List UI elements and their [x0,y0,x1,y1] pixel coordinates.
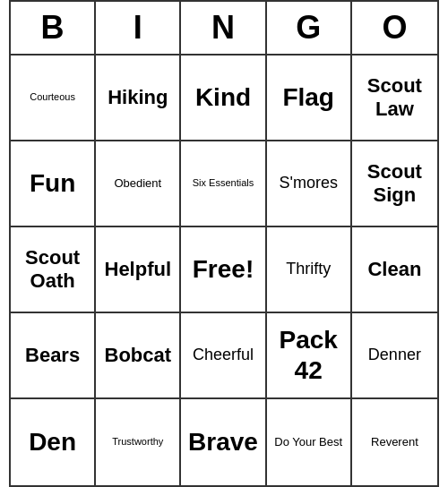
bingo-cell[interactable]: Six Essentials [181,141,266,227]
cell-label: Trustworthy [112,436,163,448]
cell-label: Scout Sign [358,160,432,208]
cell-label: S'mores [279,174,337,193]
cell-label: Kind [195,82,251,113]
bingo-cell[interactable]: Bobcat [96,313,181,399]
cell-label: Bobcat [105,344,172,367]
cell-label: Scout Oath [16,246,89,294]
header-letter: G [267,2,352,54]
bingo-cell[interactable]: Helpful [96,227,181,313]
cell-label: Scout Law [358,74,432,122]
cell-label: Clean [367,258,421,281]
cell-label: Hiking [108,86,168,109]
bingo-cell[interactable]: Brave [181,399,266,485]
cell-label: Do Your Best [274,435,342,449]
cell-label: Den [29,427,76,457]
bingo-cell[interactable]: Pack 42 [267,313,352,399]
bingo-cell[interactable]: Do Your Best [267,399,352,485]
bingo-cell[interactable]: S'mores [267,141,352,227]
bingo-cell[interactable]: Scout Oath [11,227,96,313]
bingo-cell[interactable]: Bears [11,313,96,399]
cell-label: Free! [193,254,254,285]
cell-label: Reverent [371,435,418,449]
bingo-cell[interactable]: Reverent [352,399,437,485]
bingo-cell[interactable]: Den [11,399,96,485]
bingo-cell[interactable]: Clean [352,227,437,313]
bingo-cell[interactable]: Free! [181,227,266,313]
bingo-cell[interactable]: Cheerful [181,313,266,399]
cell-label: Cheerful [193,346,254,365]
cell-label: Denner [368,346,421,365]
cell-label: Courteous [30,91,75,103]
bingo-cell[interactable]: Scout Sign [352,141,437,227]
cell-label: Fun [30,168,75,199]
header-letter: B [11,2,96,54]
cell-label: Bears [25,344,80,367]
bingo-cell[interactable]: Courteous [11,56,96,141]
header-letter: O [352,2,437,54]
bingo-cell[interactable]: Scout Law [352,56,437,141]
header-letter: I [96,2,181,54]
cell-label: Pack 42 [272,325,345,385]
cell-label: Brave [188,427,258,457]
bingo-cell[interactable]: Kind [181,56,266,141]
bingo-grid: CourteousHikingKindFlagScout LawFunObedi… [11,56,437,485]
cell-label: Thrifty [286,260,331,279]
bingo-cell[interactable]: Trustworthy [96,399,181,485]
bingo-cell[interactable]: Obedient [96,141,181,227]
header-letter: N [181,2,266,54]
bingo-cell[interactable]: Fun [11,141,96,227]
cell-label: Obedient [114,176,161,191]
bingo-cell[interactable]: Thrifty [267,227,352,313]
bingo-cell[interactable]: Denner [352,313,437,399]
bingo-header: BINGO [11,2,437,56]
bingo-cell[interactable]: Hiking [96,56,181,141]
bingo-card: BINGO CourteousHikingKindFlagScout LawFu… [9,0,439,487]
cell-label: Flag [282,82,334,113]
bingo-cell[interactable]: Flag [267,56,352,141]
cell-label: Helpful [105,258,172,281]
cell-label: Six Essentials [193,177,254,189]
